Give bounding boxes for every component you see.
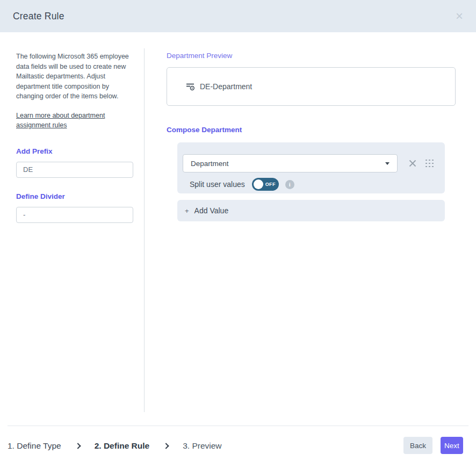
dialog-header: Create Rule × (0, 0, 476, 32)
prefix-input[interactable] (16, 162, 133, 178)
main-panel: Department Preview DE-Department Compose… (167, 52, 456, 221)
rule-list-icon (185, 82, 195, 91)
left-panel: The following Microsoft 365 employee dat… (16, 52, 133, 223)
plus-icon: + (185, 207, 189, 215)
drag-handle-icon[interactable] (425, 160, 434, 168)
add-value-button[interactable]: + Add Value (177, 200, 445, 221)
footer-divider (8, 426, 468, 426)
vertical-divider (144, 48, 145, 412)
add-value-label: Add Value (194, 206, 229, 215)
remove-field-icon[interactable] (408, 159, 417, 168)
preview-value: DE-Department (200, 82, 252, 91)
info-icon[interactable]: i (285, 180, 294, 189)
step-define-rule[interactable]: 2. Define Rule (95, 441, 150, 451)
define-divider-label: Define Divider (16, 192, 133, 200)
add-prefix-label: Add Prefix (16, 147, 133, 155)
department-preview-box: DE-Department (167, 67, 456, 106)
divider-input[interactable] (16, 207, 133, 223)
chevron-right-icon (75, 443, 81, 449)
create-rule-dialog: Create Rule × The following Microsoft 36… (0, 0, 476, 461)
compose-field-card: Department Split user values OFF i (177, 142, 445, 193)
step-preview[interactable]: 3. Preview (183, 441, 221, 451)
dialog-title: Create Rule (13, 11, 64, 22)
description-text: The following Microsoft 365 employee dat… (16, 52, 133, 102)
toggle-knob (254, 179, 263, 189)
step-define-type[interactable]: 1. Define Type (8, 441, 61, 451)
field-row: Department (183, 154, 437, 172)
toggle-state-label: OFF (265, 178, 276, 191)
field-select[interactable]: Department (183, 154, 398, 172)
wizard-steps: 1. Define Type 2. Define Rule 3. Preview (8, 439, 222, 453)
close-icon[interactable]: × (456, 10, 463, 23)
department-preview-heading: Department Preview (167, 52, 456, 60)
compose-department-heading: Compose Department (167, 126, 456, 134)
split-user-values-label: Split user values (190, 180, 245, 189)
back-button[interactable]: Back (403, 437, 432, 454)
chevron-down-icon (385, 162, 390, 165)
learn-more-link[interactable]: Learn more about department assignment r… (16, 111, 133, 131)
field-select-value: Department (191, 160, 229, 168)
next-button[interactable]: Next (441, 437, 463, 454)
split-user-values-row: Split user values OFF i (190, 178, 437, 191)
chevron-right-icon (163, 443, 169, 449)
split-toggle[interactable]: OFF (252, 178, 279, 191)
